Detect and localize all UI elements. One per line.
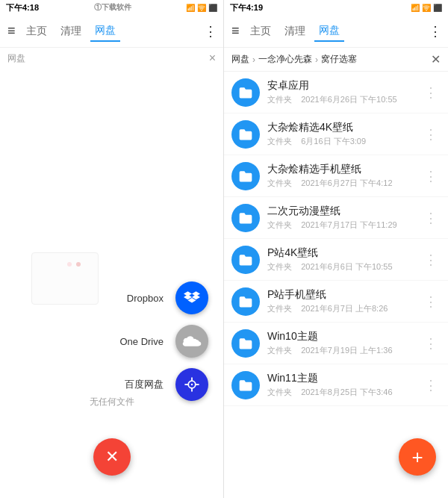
right-signal-icon: 📶 — [411, 4, 420, 12]
file-meta-4: 文件夹 2021年6月6日 下午10:55 — [267, 261, 414, 273]
folder-icon-2 — [231, 162, 260, 190]
file-meta-5: 文件夹 2021年6月7日 上午8:26 — [267, 303, 414, 314]
left-menu-icon[interactable]: ≡ — [6, 22, 17, 40]
right-battery-icon: ⬛ — [433, 4, 442, 12]
left-fab-cancel[interactable]: ✕ — [93, 438, 131, 476]
table-row[interactable]: 大杂烩精选手机壁纸 文件夹 2021年6月27日 下午4:12 ⋮ — [224, 155, 448, 197]
battery-icon: ⬛ — [208, 4, 217, 12]
file-more-0[interactable]: ⋮ — [421, 81, 441, 104]
file-more-3[interactable]: ⋮ — [421, 207, 441, 229]
file-meta-7: 文件夹 2021年8月25日 下午3:46 — [267, 387, 414, 398]
file-more-1[interactable]: ⋮ — [421, 123, 441, 146]
folder-icon-6 — [231, 329, 260, 358]
file-name-5: P站手机壁纸 — [267, 288, 414, 302]
file-meta-3: 文件夹 2021年7月17日 下午11:29 — [267, 220, 414, 231]
file-meta-1: 文件夹 6月16日 下午3:09 — [267, 136, 414, 147]
table-row[interactable]: Win10主题 文件夹 2021年7月19日 上午1:36 ⋮ — [224, 323, 448, 364]
left-tab-home[interactable]: 主页 — [22, 22, 52, 41]
onedrive-option[interactable]: One Drive — [113, 325, 208, 358]
file-info-1: 大杂烩精选4K壁纸 文件夹 6月16日 下午3:09 — [267, 121, 414, 147]
right-fab-add[interactable]: + — [399, 438, 436, 476]
file-type-2: 文件夹 — [267, 178, 292, 187]
file-meta-0: 文件夹 2021年6月26日 下午10:55 — [267, 94, 414, 105]
left-time: 下午4:18 — [6, 2, 39, 13]
baidu-label: 百度网盘 — [119, 376, 169, 393]
file-date-7: 2021年8月25日 下午3:46 — [301, 387, 392, 396]
right-wifi-icon: 🛜 — [422, 4, 431, 12]
left-panel: 下午4:18 ①下载软件 📶 🛜 ⬛ ≡ 主页 清理 网盘 ⋮ 网盘 × 无任何… — [0, 0, 224, 498]
table-row[interactable]: P站4K壁纸 文件夹 2021年6月6日 下午10:55 ⋮ — [224, 239, 448, 281]
breadcrumb-sep-2: › — [315, 55, 318, 65]
table-row[interactable]: P站手机壁纸 文件夹 2021年6月7日 上午8:26 ⋮ — [224, 281, 448, 323]
file-name-1: 大杂烩精选4K壁纸 — [267, 121, 414, 134]
dropbox-button[interactable] — [175, 281, 208, 314]
right-tab-clean[interactable]: 清理 — [280, 22, 310, 41]
file-date-2: 2021年6月27日 下午4:12 — [301, 178, 392, 187]
add-icon: + — [411, 446, 423, 469]
right-more-icon[interactable]: ⋮ — [429, 23, 442, 40]
dropbox-icon — [184, 290, 200, 306]
signal-icon: 📶 — [186, 4, 195, 12]
wifi-icon: 🛜 — [197, 4, 206, 12]
empty-image — [31, 252, 99, 305]
file-more-4[interactable]: ⋮ — [421, 249, 441, 271]
file-type-3: 文件夹 — [267, 220, 292, 229]
breadcrumb-user[interactable]: 一念净心先森 — [258, 53, 312, 66]
left-more-icon[interactable]: ⋮ — [204, 23, 217, 40]
file-more-2[interactable]: ⋮ — [421, 165, 441, 187]
left-breadcrumb-text: 网盘 — [7, 52, 25, 65]
file-info-0: 安卓应用 文件夹 2021年6月26日 下午10:55 — [267, 79, 414, 105]
file-info-5: P站手机壁纸 文件夹 2021年6月7日 上午8:26 — [267, 288, 414, 314]
right-tab-cloud[interactable]: 网盘 — [314, 21, 344, 42]
left-status-sub: ①下载软件 — [94, 2, 131, 13]
file-date-1: 6月16日 下午3:09 — [301, 137, 366, 146]
right-time: 下午4:19 — [230, 2, 263, 13]
right-tab-home[interactable]: 主页 — [246, 22, 276, 41]
table-row[interactable]: 二次元动漫壁纸 文件夹 2021年7月17日 下午11:29 ⋮ — [224, 197, 448, 239]
table-row[interactable]: Win11主题 文件夹 2021年8月25日 下午3:46 ⋮ — [224, 364, 448, 406]
file-name-4: P站4K壁纸 — [267, 246, 414, 260]
dropbox-option[interactable]: Dropbox — [121, 281, 208, 314]
baidu-button[interactable] — [175, 368, 208, 401]
left-main-content: 无任何文件 Dropbox One Drive — [0, 69, 223, 498]
left-close-button[interactable]: × — [209, 52, 216, 65]
dropbox-label: Dropbox — [121, 290, 169, 306]
left-breadcrumb-bar: 网盘 × — [0, 48, 223, 69]
file-list: 安卓应用 文件夹 2021年6月26日 下午10:55 ⋮ 大杂烩精选4K壁纸 … — [224, 72, 448, 498]
file-name-0: 安卓应用 — [267, 79, 414, 93]
file-meta-6: 文件夹 2021年7月19日 上午1:36 — [267, 345, 414, 356]
left-tab-cloud[interactable]: 网盘 — [90, 21, 120, 42]
right-menu-icon[interactable]: ≡ — [230, 22, 241, 40]
file-date-6: 2021年7月19日 上午1:36 — [301, 346, 392, 355]
left-status-icons: 📶 🛜 ⬛ — [186, 4, 217, 12]
folder-icon-5 — [231, 287, 260, 316]
file-type-5: 文件夹 — [267, 304, 292, 313]
svg-point-6 — [191, 384, 193, 385]
cancel-icon: ✕ — [105, 447, 119, 467]
baidu-icon — [183, 376, 201, 393]
breadcrumb-cloud[interactable]: 网盘 — [231, 53, 249, 66]
left-tab-clean[interactable]: 清理 — [56, 22, 86, 41]
table-row[interactable]: 大杂烩精选4K壁纸 文件夹 6月16日 下午3:09 ⋮ — [224, 113, 448, 155]
file-name-3: 二次元动漫壁纸 — [267, 205, 414, 218]
table-row[interactable]: 安卓应用 文件夹 2021年6月26日 下午10:55 ⋮ — [224, 72, 448, 113]
folder-icon-3 — [231, 204, 260, 232]
onedrive-icon — [182, 334, 202, 348]
right-status-bar: 下午4:19 📶 🛜 ⬛ — [224, 0, 448, 15]
right-status-icons: 📶 🛜 ⬛ — [411, 4, 442, 12]
file-more-7[interactable]: ⋮ — [421, 374, 441, 396]
file-info-6: Win10主题 文件夹 2021年7月19日 上午1:36 — [267, 330, 414, 356]
file-more-6[interactable]: ⋮ — [421, 332, 441, 355]
breadcrumb-sep-1: › — [252, 55, 255, 65]
file-date-5: 2021年6月7日 上午8:26 — [301, 304, 388, 313]
right-breadcrumb-close[interactable]: ✕ — [431, 52, 441, 66]
onedrive-button[interactable] — [175, 325, 208, 358]
right-panel: 下午4:19 📶 🛜 ⬛ ≡ 主页 清理 网盘 ⋮ 网盘 › 一念净心先森 › … — [224, 0, 448, 498]
file-more-5[interactable]: ⋮ — [421, 290, 441, 313]
right-breadcrumb: 网盘 › 一念净心先森 › 窝仔选塞 ✕ — [224, 48, 448, 72]
left-status-bar: 下午4:18 ①下载软件 📶 🛜 ⬛ — [0, 0, 223, 15]
baidu-option[interactable]: 百度网盘 — [119, 368, 208, 401]
file-type-6: 文件夹 — [267, 346, 292, 355]
file-name-6: Win10主题 — [267, 330, 414, 343]
onedrive-label: One Drive — [113, 334, 169, 349]
